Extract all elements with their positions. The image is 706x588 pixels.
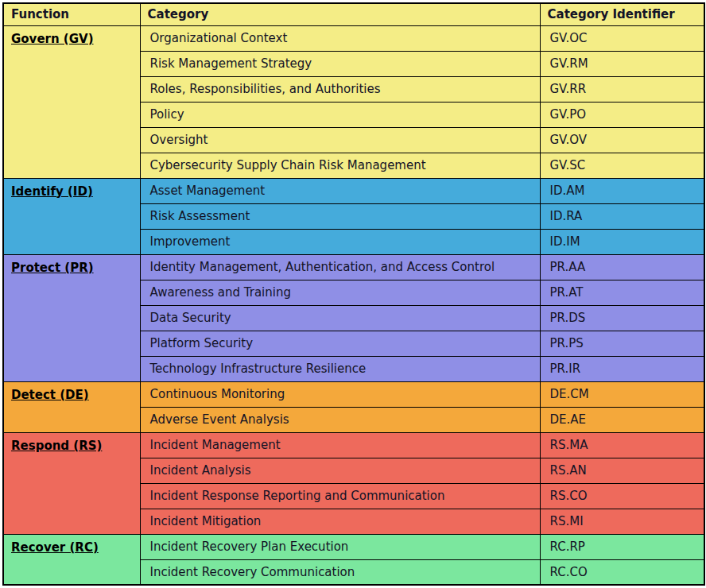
category-identifier-cell: RS.MA [540,432,704,458]
function-cell: Respond (RS) [3,432,140,534]
category-identifier-cell: GV.SC [540,153,704,178]
category-identifier-cell: ID.AM [540,178,704,203]
function-label: Recover (RC) [11,540,99,555]
function-label: Govern (GV) [11,32,94,46]
column-header-function: Function [3,3,140,25]
function-label: Respond (RS) [11,439,102,453]
function-label: Detect (DE) [11,388,89,402]
category-identifier-cell: GV.RM [540,51,704,76]
function-label: Identify (ID) [11,184,93,199]
category-identifier-cell: ID.RA [540,203,704,229]
category-cell: Adverse Event Analysis [140,407,540,432]
category-cell: Technology Infrastructure Resilience [140,356,540,381]
category-identifier-cell: RS.CO [540,483,704,509]
category-identifier-cell: PR.AA [540,254,704,280]
category-cell: Incident Recovery Communication [140,559,540,585]
category-cell: Platform Security [140,331,540,356]
category-identifier-cell: RC.CO [540,559,704,585]
category-identifier-cell: RC.RP [540,534,704,559]
category-cell: Organizational Context [140,25,540,51]
category-identifier-cell: RS.MI [540,509,704,534]
category-cell: Incident Recovery Plan Execution [140,534,540,559]
category-cell: Identity Management, Authentication, and… [140,254,540,280]
table-header: Function Category Category Identifier [3,3,704,25]
category-cell: Roles, Responsibilities, and Authorities [140,76,540,102]
category-cell: Cybersecurity Supply Chain Risk Manageme… [140,153,540,178]
table-body: Govern (GV)Organizational ContextGV.OCRi… [3,25,704,585]
category-cell: Incident Management [140,432,540,458]
function-cell: Detect (DE) [3,381,140,432]
column-header-category-identifier: Category Identifier [540,3,704,25]
function-cell: Govern (GV) [3,25,140,178]
category-identifier-cell: ID.IM [540,229,704,254]
category-identifier-cell: GV.RR [540,76,704,102]
page: Function Category Category Identifier Go… [0,0,706,588]
function-cell: Identify (ID) [3,178,140,254]
nist-csf-functions-table: Function Category Category Identifier Go… [2,2,705,586]
category-identifier-cell: PR.DS [540,305,704,331]
table-row: Protect (PR)Identity Management, Authent… [3,254,704,280]
table-row: Identify (ID)Asset ManagementID.AM [3,178,704,203]
category-identifier-cell: PR.IR [540,356,704,381]
category-cell: Improvement [140,229,540,254]
table-row: Recover (RC)Incident Recovery Plan Execu… [3,534,704,559]
category-identifier-cell: PR.AT [540,280,704,305]
header-row: Function Category Category Identifier [3,3,704,25]
category-cell: Incident Analysis [140,458,540,483]
function-cell: Protect (PR) [3,254,140,381]
category-identifier-cell: GV.OC [540,25,704,51]
category-identifier-cell: GV.PO [540,102,704,127]
category-cell: Incident Mitigation [140,509,540,534]
table-row: Respond (RS)Incident ManagementRS.MA [3,432,704,458]
category-identifier-cell: GV.OV [540,127,704,153]
category-cell: Oversight [140,127,540,153]
category-cell: Policy [140,102,540,127]
column-header-category: Category [140,3,540,25]
category-identifier-cell: DE.AE [540,407,704,432]
category-cell: Asset Management [140,178,540,203]
category-cell: Incident Response Reporting and Communic… [140,483,540,509]
category-cell: Risk Management Strategy [140,51,540,76]
function-label: Protect (PR) [11,261,94,275]
function-cell: Recover (RC) [3,534,140,585]
table-row: Detect (DE)Continuous MonitoringDE.CM [3,381,704,407]
category-cell: Continuous Monitoring [140,381,540,407]
category-identifier-cell: PR.PS [540,331,704,356]
category-cell: Data Security [140,305,540,331]
category-cell: Risk Assessment [140,203,540,229]
category-identifier-cell: DE.CM [540,381,704,407]
category-cell: Awareness and Training [140,280,540,305]
table-row: Govern (GV)Organizational ContextGV.OC [3,25,704,51]
category-identifier-cell: RS.AN [540,458,704,483]
